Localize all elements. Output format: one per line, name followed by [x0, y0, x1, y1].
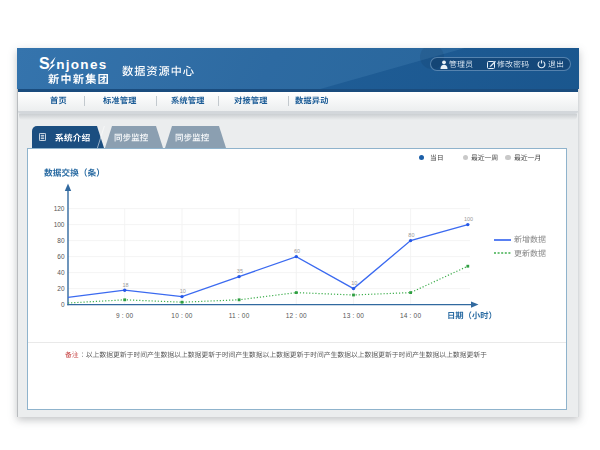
svg-text:60: 60: [294, 248, 300, 254]
svg-text:120: 120: [54, 205, 65, 212]
svg-text:18: 18: [122, 282, 128, 288]
svg-text:12 : 00: 12 : 00: [286, 312, 307, 319]
svg-text:80: 80: [408, 232, 414, 238]
svg-text:9 : 00: 9 : 00: [116, 312, 134, 319]
svg-text:14 : 00: 14 : 00: [400, 312, 421, 319]
svg-text:20: 20: [57, 285, 65, 292]
svg-text:80: 80: [57, 237, 65, 244]
svg-text:0: 0: [61, 301, 65, 308]
svg-text:11 : 00: 11 : 00: [229, 312, 250, 319]
svg-text:40: 40: [57, 269, 65, 276]
svg-text:10: 10: [351, 280, 357, 286]
svg-text:13 : 00: 13 : 00: [343, 312, 364, 319]
svg-text:35: 35: [237, 268, 243, 274]
svg-text:100: 100: [54, 221, 65, 228]
svg-text:100: 100: [464, 216, 473, 222]
svg-text:10: 10: [180, 288, 186, 294]
svg-text:10 : 00: 10 : 00: [171, 312, 192, 319]
svg-text:60: 60: [57, 253, 65, 260]
